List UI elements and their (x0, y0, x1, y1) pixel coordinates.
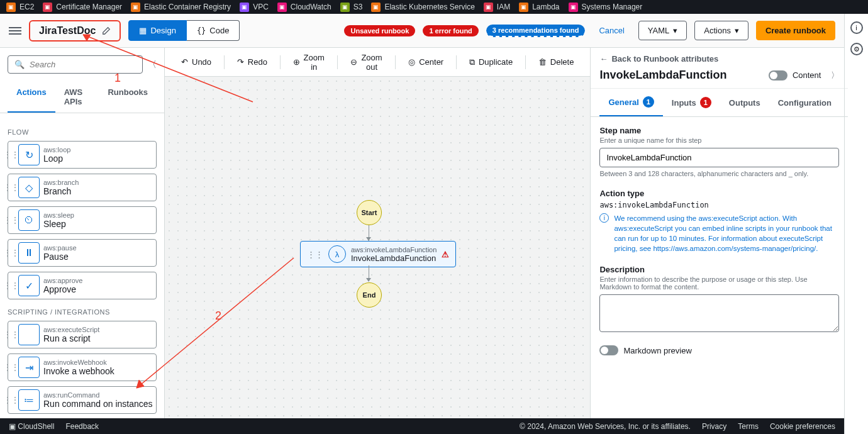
action-id: aws:pause (43, 244, 156, 252)
action-aws-branch[interactable]: ⋮⋮◇aws:branchBranch (8, 174, 157, 201)
properties-panel: ← Back to Runbook attributes InvokeLambd… (590, 48, 848, 418)
action-label: Sleep (43, 219, 156, 229)
step-name-desc: Enter a unique name for this step (599, 136, 839, 144)
terms-link[interactable]: Terms (738, 422, 759, 431)
action-icon: ◇ (18, 177, 40, 198)
console-footer: ▣ CloudShell Feedback © 2024, Amazon Web… (0, 418, 844, 434)
chevron-right-icon[interactable]: 〉 (831, 70, 839, 81)
service-ec2[interactable]: ▣EC2 (6, 3, 34, 12)
info-message: i We recommend using the aws:executeScri… (599, 213, 839, 253)
action-label: Branch (43, 186, 156, 196)
group-header: FLOW (8, 128, 157, 136)
service-systems-manager[interactable]: ▣Systems Manager (569, 3, 643, 12)
tab-outputs[interactable]: Outputs (720, 89, 769, 116)
action-icon: ⏲ (18, 209, 40, 231)
svg-marker-1 (83, 35, 91, 41)
service-cloudwatch[interactable]: ▣CloudWatch (277, 3, 331, 12)
markdown-preview-toggle[interactable] (599, 345, 618, 355)
description-label: Description (599, 265, 839, 274)
cookie-link[interactable]: Cookie preferences (770, 422, 835, 431)
copyright: © 2024, Amazon Web Services, Inc. or its… (520, 422, 691, 431)
description-desc: Enter information to describe the purpos… (599, 275, 839, 291)
action-label: Run command on instances (43, 399, 156, 409)
caret-down-icon: ▾ (673, 26, 677, 35)
service-elastic-kubernetes-service[interactable]: ▣Elastic Kubernetes Service (371, 3, 474, 12)
create-runbook-button[interactable]: Create runbook (756, 21, 835, 40)
service-vpc[interactable]: ▣VPC (240, 3, 269, 12)
format-dropdown[interactable]: YAML ▾ (638, 21, 687, 40)
warning-icon[interactable]: ⚠ (442, 250, 449, 259)
cancel-link[interactable]: Cancel (599, 26, 624, 35)
zoom-out-button[interactable]: ⊖ Zoom out (343, 48, 391, 77)
center-button[interactable]: ◎ Center (401, 52, 451, 72)
delete-button[interactable]: 🗑 Delete (531, 52, 582, 72)
caret-down-icon: ▾ (735, 26, 739, 35)
action-type-value: aws:invokeLambdaFunction (599, 201, 839, 209)
tab-actions[interactable]: Actions (8, 81, 55, 113)
actions-dropdown[interactable]: Actions ▾ (694, 21, 748, 40)
settings-rail-icon[interactable]: ⚙ (850, 43, 863, 55)
error-pill[interactable]: 1 error found (423, 25, 478, 36)
annotation-arrow-1 (77, 30, 265, 111)
action-label: Loop (43, 153, 156, 164)
svg-line-0 (83, 35, 253, 102)
action-id: aws:loop (43, 146, 156, 153)
step-name-constraint: Between 3 and 128 characters, alphanumer… (599, 170, 839, 177)
action-icon: ↻ (18, 144, 40, 165)
service-s3[interactable]: ▣S3 (340, 3, 363, 12)
action-icon: ✓ (18, 275, 40, 296)
action-icon: ≔ (18, 389, 40, 411)
action-aws-sleep[interactable]: ⋮⋮⏲aws:sleepSleep (8, 206, 157, 234)
markdown-preview-label: Markdown preview (623, 346, 691, 355)
annotation-number-1: 1 (114, 72, 121, 85)
help-rail: i ⚙ (844, 14, 868, 434)
tab-general[interactable]: General1 (599, 89, 662, 116)
service-bar: ▣EC2▣Certificate Manager▣Elastic Contain… (0, 0, 868, 14)
tab-inputs[interactable]: Inputs1 (663, 89, 720, 116)
annotation-number-2: 2 (215, 309, 221, 323)
content-toggle-label: Content (793, 70, 821, 80)
content-toggle[interactable] (769, 70, 787, 81)
service-iam[interactable]: ▣IAM (484, 3, 510, 12)
action-icon: ⇥ (18, 357, 40, 378)
canvas[interactable]: Start ⋮⋮ λ aws:invokeLambdaFunction Invo… (165, 77, 590, 418)
description-textarea[interactable] (599, 294, 839, 332)
action-icon (18, 324, 40, 345)
cloudshell-link[interactable]: ▣ CloudShell (9, 422, 54, 431)
recommendations-pill[interactable]: 3 recommendations found (486, 25, 586, 37)
action-icon: ⏸ (18, 242, 40, 264)
service-lambda[interactable]: ▣Lambda (519, 3, 559, 12)
info-icon: i (599, 213, 609, 223)
step-name-label: InvokeLambdaFunction (351, 253, 437, 263)
annotation-arrow-2 (130, 253, 306, 398)
service-elastic-container-registry[interactable]: ▣Elastic Container Registry (131, 3, 231, 12)
step-action-id: aws:invokeLambdaFunction (351, 246, 437, 253)
feedback-link[interactable]: Feedback (65, 422, 99, 431)
step-name-input[interactable] (599, 148, 839, 167)
tab-configuration[interactable]: Configuration (769, 89, 840, 116)
action-id: aws:branch (43, 179, 156, 186)
step-node-invoke-lambda[interactable]: ⋮⋮ λ aws:invokeLambdaFunction InvokeLamb… (300, 241, 456, 267)
zoom-in-button[interactable]: ⊕ Zoom in (286, 48, 332, 77)
privacy-link[interactable]: Privacy (702, 422, 726, 431)
action-id: aws:sleep (43, 211, 156, 219)
svg-line-2 (136, 258, 294, 388)
action-aws-loop[interactable]: ⋮⋮↻aws:loopLoop (8, 141, 157, 169)
start-node[interactable]: Start (357, 200, 382, 225)
svg-marker-3 (136, 380, 144, 388)
service-certificate-manager[interactable]: ▣Certificate Manager (43, 3, 122, 12)
step-name-label: Step name (599, 126, 839, 135)
unsaved-pill: Unsaved runbook (344, 25, 415, 36)
info-rail-icon[interactable]: i (850, 21, 863, 34)
canvas-area: ↶ Undo ↷ Redo ⊕ Zoom in ⊖ Zoom out ◎ Cen… (165, 48, 590, 418)
back-link[interactable]: ← Back to Runbook attributes (599, 54, 839, 64)
lambda-icon: λ (328, 245, 346, 263)
search-icon: 🔍 (14, 60, 25, 69)
hamburger-icon[interactable] (9, 25, 21, 36)
duplicate-button[interactable]: ⧉ Duplicate (462, 52, 520, 72)
end-node[interactable]: End (357, 282, 382, 308)
action-type-label: Action type (599, 189, 839, 198)
panel-title: InvokeLambdaFunction (599, 69, 726, 82)
